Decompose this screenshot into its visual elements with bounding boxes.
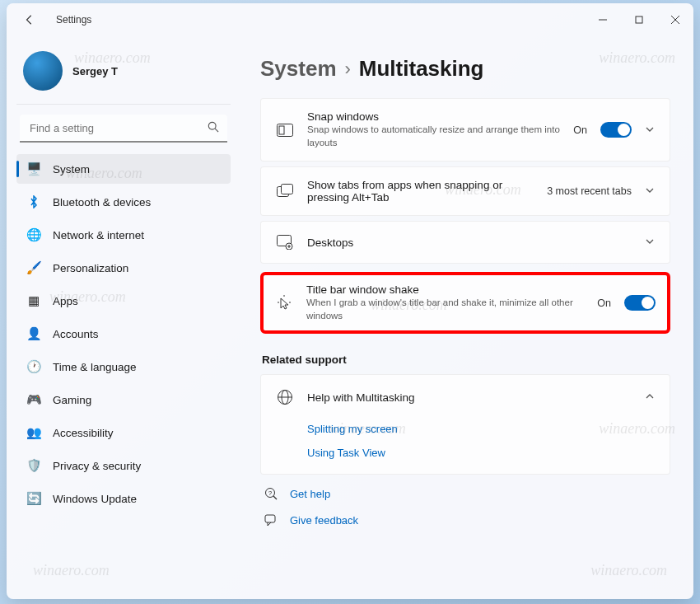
card-title-bar-shake[interactable]: Title bar window shake When I grab a win…: [260, 272, 670, 334]
privacy-icon: 🛡️: [26, 458, 41, 473]
nav-gaming[interactable]: 🎮 Gaming: [16, 385, 231, 414]
nav-label: Apps: [53, 295, 78, 307]
nav-label: Personalization: [53, 262, 128, 274]
bluetooth-icon: [26, 194, 41, 209]
svg-line-5: [215, 129, 218, 132]
cursor-shake-icon: [275, 294, 293, 312]
card-title: Snap windows: [307, 110, 560, 123]
nav-privacy[interactable]: 🛡️ Privacy & security: [16, 451, 231, 480]
breadcrumb: System › Multitasking: [260, 56, 670, 82]
svg-point-4: [208, 122, 216, 129]
profile-block[interactable]: Sergey T: [16, 43, 231, 105]
nav-time-language[interactable]: 🕐 Time & language: [16, 352, 231, 382]
nav-label: Bluetooth & devices: [53, 196, 151, 208]
nav-system[interactable]: 🖥️ System: [16, 154, 231, 184]
help-icon: ?: [264, 486, 278, 501]
svg-rect-23: [265, 515, 275, 522]
card-description: Snap windows to automatically resize and…: [307, 124, 560, 149]
give-feedback-label: Give feedback: [290, 514, 358, 527]
page-title: Multitasking: [359, 56, 484, 82]
svg-rect-7: [279, 126, 284, 134]
snap-toggle[interactable]: [600, 122, 632, 138]
nav-label: Network & internet: [53, 229, 144, 241]
nav-label: Accounts: [53, 328, 99, 340]
avatar: [23, 51, 63, 91]
related-support-heading: Related support: [262, 354, 670, 366]
nav-network[interactable]: 🌐 Network & internet: [16, 220, 231, 250]
apps-icon: ▦: [26, 293, 41, 308]
time-icon: 🕐: [26, 359, 41, 374]
give-feedback-link[interactable]: Give feedback: [264, 513, 670, 527]
close-button[interactable]: [657, 7, 693, 33]
card-title: Desktops: [307, 236, 632, 249]
app-title: Settings: [56, 14, 91, 26]
nav-apps[interactable]: ▦ Apps: [16, 286, 231, 316]
card-description: When I grab a window's title bar and sha…: [306, 297, 584, 322]
nav-bluetooth[interactable]: Bluetooth & devices: [16, 187, 231, 217]
help-link-splitting[interactable]: Splitting my screen: [307, 423, 655, 435]
chevron-down-icon[interactable]: [645, 235, 655, 250]
card-snap-windows[interactable]: Snap windows Snap windows to automatical…: [260, 98, 670, 162]
nav-label: System: [53, 163, 90, 176]
update-icon: 🔄: [26, 491, 41, 506]
dropdown-value[interactable]: 3 most recent tabs: [547, 185, 632, 197]
nav-label: Privacy & security: [53, 460, 141, 472]
help-link-taskview[interactable]: Using Task View: [307, 447, 655, 459]
help-card: Help with Multitasking Splitting my scre…: [260, 374, 670, 475]
title-bar: Settings: [7, 3, 693, 36]
card-alt-tab[interactable]: Show tabs from apps when snapping or pre…: [260, 166, 670, 216]
system-icon: 🖥️: [26, 162, 41, 176]
desktops-icon: [276, 233, 294, 251]
card-title: Show tabs from apps when snapping or pre…: [307, 179, 534, 204]
svg-line-22: [273, 496, 277, 499]
snap-icon: [276, 121, 294, 139]
toggle-state: On: [573, 124, 587, 136]
nav-label: Accessibility: [53, 427, 114, 439]
feedback-icon: [264, 513, 278, 527]
get-help-label: Get help: [290, 488, 330, 500]
card-title: Title bar window shake: [306, 283, 584, 296]
shake-toggle[interactable]: [624, 295, 656, 311]
network-icon: 🌐: [26, 227, 41, 242]
nav-accounts[interactable]: 👤 Accounts: [16, 319, 231, 349]
maximize-button[interactable]: [621, 7, 657, 33]
search-input[interactable]: [20, 115, 227, 143]
main-content: System › Multitasking Snap windows Snap …: [237, 36, 693, 599]
nav-label: Windows Update: [53, 493, 137, 505]
chevron-up-icon[interactable]: [645, 390, 655, 405]
chevron-right-icon: ›: [345, 59, 351, 80]
accounts-icon: 👤: [26, 326, 41, 341]
nav-accessibility[interactable]: 👥 Accessibility: [16, 418, 231, 447]
chevron-down-icon[interactable]: [645, 123, 655, 138]
svg-rect-1: [636, 16, 642, 23]
chevron-down-icon[interactable]: [645, 184, 655, 199]
card-desktops[interactable]: Desktops: [260, 221, 670, 264]
help-title: Help with Multitasking: [307, 391, 632, 404]
nav-update[interactable]: 🔄 Windows Update: [16, 484, 231, 513]
toggle-state: On: [597, 297, 611, 309]
help-expander[interactable]: Help with Multitasking: [261, 375, 670, 419]
back-button[interactable]: [20, 10, 40, 30]
get-help-link[interactable]: ? Get help: [264, 486, 670, 501]
svg-text:?: ?: [268, 489, 273, 497]
gaming-icon: 🎮: [26, 392, 41, 407]
search-box[interactable]: [20, 115, 227, 143]
user-name: Sergey T: [72, 65, 118, 77]
minimize-button[interactable]: [585, 7, 621, 33]
svg-rect-9: [282, 185, 293, 194]
globe-help-icon: [276, 388, 294, 406]
nav-label: Gaming: [53, 394, 91, 406]
nav-personalization[interactable]: 🖌️ Personalization: [16, 253, 231, 283]
nav-label: Time & language: [53, 361, 137, 373]
search-icon: [208, 121, 219, 136]
breadcrumb-parent[interactable]: System: [260, 56, 337, 82]
sidebar: Sergey T 🖥️ System Bluetooth & devices 🌐: [7, 36, 237, 599]
tabs-icon: [276, 182, 294, 200]
accessibility-icon: 👥: [26, 425, 41, 440]
settings-window: Settings Sergey T 🖥️ System: [7, 3, 693, 599]
personalization-icon: 🖌️: [26, 260, 41, 275]
